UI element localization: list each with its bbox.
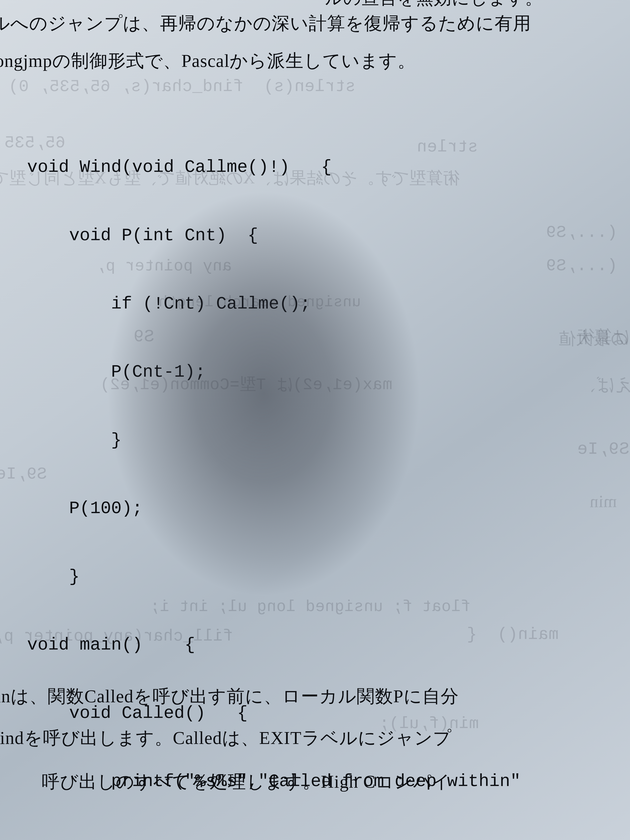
code-line: P(100); bbox=[27, 497, 521, 520]
prose-bottom-1: ainは、関数Calledを呼び出す前に、ローカル関数Pに自分 bbox=[0, 683, 459, 709]
ghost-text: (...,S9 bbox=[546, 223, 617, 242]
ghost-text: は算術 bbox=[577, 325, 629, 348]
scanned-page: ルの宣言を無効にします。 ルへのジャンプは、再帰のなかの深い計算を復帰するために… bbox=[0, 0, 630, 840]
prose-line-2: longjmpの制御形式で、Pascalから派生しています。 bbox=[0, 48, 416, 74]
ghost-text: の最大値 bbox=[558, 327, 628, 350]
prose-bottom-3: 呼び出しのすべてを処理します。High Cコンパイ bbox=[42, 769, 451, 795]
code-line: void main() { bbox=[27, 633, 521, 656]
prose-line-1: ルへのジャンプは、再帰のなかの深い計算を復帰するために有用 bbox=[0, 10, 531, 36]
code-line: " recursion -- exiting.¥n"); bbox=[27, 838, 521, 840]
code-line: } bbox=[27, 565, 521, 588]
ghost-text: S9,Ie bbox=[577, 440, 629, 459]
code-line: void Wind(void Callme()!) { bbox=[27, 156, 521, 178]
ghost-text: min bbox=[590, 492, 617, 511]
code-line: void P(int Cnt) { bbox=[27, 224, 521, 247]
code-line: P(Cnt-1); bbox=[27, 361, 521, 383]
code-line: } bbox=[27, 429, 521, 452]
code-line: if (!Cnt) Callme(); bbox=[27, 292, 521, 315]
ghost-text: strlen(s) find_char(s, 65,535, 0) bbox=[8, 77, 355, 96]
prose-bottom-2: Windを呼び出します。Calledは、EXITラベルにジャンプ bbox=[0, 725, 452, 751]
ghost-text: 言えば、 bbox=[579, 373, 630, 396]
prose-line-0: ルの宣言を無効にします。 bbox=[325, 0, 543, 11]
ghost-text: (...,S9 bbox=[546, 256, 617, 275]
